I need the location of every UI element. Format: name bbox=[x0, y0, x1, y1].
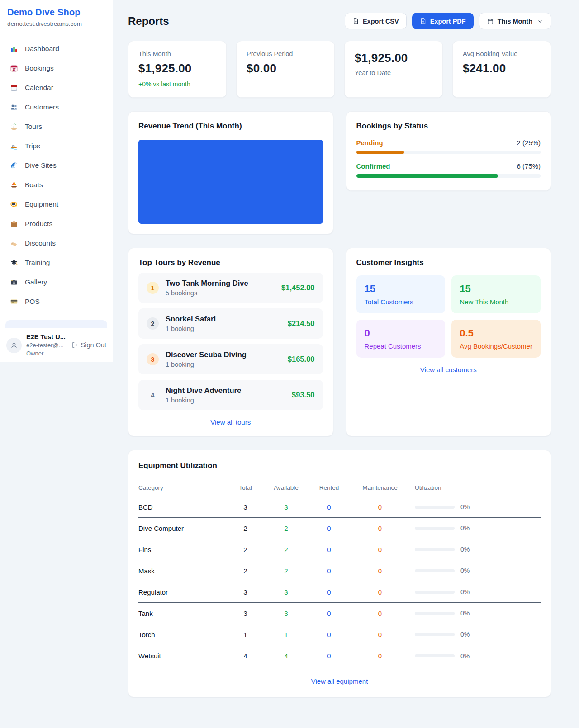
user-role: Owner bbox=[26, 350, 66, 357]
sidebar-item-label: Equipment bbox=[25, 200, 58, 208]
view-all-tours-link[interactable]: View all tours bbox=[138, 418, 323, 426]
col-header-maintenance: Maintenance bbox=[351, 484, 409, 491]
cell-rented: 0 bbox=[308, 546, 351, 553]
top-tours-title: Top Tours by Revenue bbox=[138, 258, 323, 267]
cell-category: Regulator bbox=[138, 588, 226, 596]
cell-category: Dive Computer bbox=[138, 525, 226, 532]
sidebar-item-label: Customers bbox=[25, 103, 59, 111]
cell-available: 2 bbox=[265, 567, 308, 575]
sidebar-item-boats[interactable]: Boats bbox=[5, 175, 108, 194]
sidebar-item-tours[interactable]: Tours bbox=[5, 117, 108, 136]
revenue-trend-title: Revenue Trend (This Month) bbox=[138, 122, 323, 131]
sidebar-item-discounts[interactable]: Discounts bbox=[5, 233, 108, 253]
status-row-confirmed: Confirmed 6 (75%) bbox=[356, 162, 541, 178]
status-value: 6 (75%) bbox=[517, 162, 541, 170]
sidebar-item-label: Dashboard bbox=[25, 45, 59, 53]
status-label: Confirmed bbox=[356, 162, 390, 170]
sidebar-item-dive-sites[interactable]: Dive Sites bbox=[5, 156, 108, 175]
sidebar-user-footer: E2E Test U... e2e-tester@... Owner Sign … bbox=[0, 328, 113, 362]
stat-value: $241.00 bbox=[463, 61, 541, 76]
sidebar-item-dashboard[interactable]: Dashboard bbox=[5, 39, 108, 58]
cell-maintenance: 0 bbox=[351, 567, 409, 575]
tour-row-two-tank-morning-dive: 1 Two Tank Morning Dive 5 bookings $1,45… bbox=[138, 273, 323, 303]
cell-total: 3 bbox=[226, 588, 265, 596]
calendar-icon bbox=[487, 18, 494, 25]
cell-utilization: 0% bbox=[409, 588, 541, 596]
sign-out-label: Sign Out bbox=[81, 341, 106, 349]
utilization-percent: 0% bbox=[460, 525, 470, 532]
cell-category: Torch bbox=[138, 631, 226, 638]
sidebar-item-icon bbox=[10, 45, 18, 53]
insight-value: 15 bbox=[365, 283, 437, 295]
tour-name: Snorkel Safari bbox=[166, 315, 216, 323]
period-select[interactable]: This Month bbox=[479, 13, 551, 29]
utilization-bar bbox=[415, 654, 455, 657]
cell-utilization: 0% bbox=[409, 610, 541, 617]
cell-rented: 0 bbox=[308, 652, 351, 660]
insight-value: 0.5 bbox=[460, 327, 532, 339]
bookings-by-status-title: Bookings by Status bbox=[356, 122, 541, 131]
avatar bbox=[6, 338, 22, 353]
cell-maintenance: 0 bbox=[351, 546, 409, 553]
table-row-mask: Mask 2 2 0 0 0% bbox=[138, 560, 541, 581]
period-label: This Month bbox=[498, 18, 532, 25]
status-label: Pending bbox=[356, 139, 383, 147]
rank-badge: 1 bbox=[147, 282, 159, 294]
stat-value: $1,925.00 bbox=[138, 61, 216, 76]
cell-category: BCD bbox=[138, 503, 226, 511]
tour-row-discover-scuba-diving: 3 Discover Scuba Diving 1 booking $165.0… bbox=[138, 344, 323, 374]
col-header-utilization: Utilization bbox=[409, 484, 541, 491]
sidebar-item-label: Discounts bbox=[25, 239, 56, 247]
sidebar-item-icon bbox=[10, 84, 18, 92]
sidebar-item-products[interactable]: Products bbox=[5, 214, 108, 233]
sidebar-active-clip bbox=[0, 320, 113, 328]
status-progress-track bbox=[356, 174, 541, 178]
stat-value: $0.00 bbox=[247, 61, 324, 76]
table-row-wetsuit: Wetsuit 4 4 0 0 0% bbox=[138, 645, 541, 667]
cell-maintenance: 0 bbox=[351, 652, 409, 660]
cell-total: 2 bbox=[226, 567, 265, 575]
export-csv-button[interactable]: Export CSV bbox=[345, 13, 407, 29]
sidebar-item-label: Gallery bbox=[25, 278, 47, 286]
sidebar-item-training[interactable]: Training bbox=[5, 253, 108, 272]
export-pdf-button[interactable]: Export PDF bbox=[412, 13, 474, 29]
col-header-available: Available bbox=[265, 484, 308, 491]
bookings-by-status-card: Bookings by Status Pending 2 (25%) Confi… bbox=[346, 111, 551, 191]
cell-maintenance: 0 bbox=[351, 503, 409, 511]
sidebar-item-gallery[interactable]: Gallery bbox=[5, 272, 108, 292]
insight-tiles: 15 Total Customers 15 New This Month 0 R… bbox=[356, 275, 541, 358]
stat-card-year-to-date: Year to Date $1,925.00 bbox=[344, 41, 443, 98]
top-tours-card: Top Tours by Revenue 1 Two Tank Morning … bbox=[128, 248, 333, 436]
sidebar-item-equipment[interactable]: Equipment bbox=[5, 194, 108, 214]
sidebar-item-label: POS bbox=[25, 298, 40, 306]
sidebar-header: Demo Dive Shop demo.test.divestreams.com bbox=[0, 0, 113, 33]
view-all-equipment-link[interactable]: View all equipment bbox=[138, 677, 541, 685]
sidebar-item-label: Products bbox=[25, 220, 52, 228]
sign-out-button[interactable]: Sign Out bbox=[71, 341, 106, 349]
cell-utilization: 0% bbox=[409, 652, 541, 660]
sidebar-item-trips[interactable]: Trips bbox=[5, 136, 108, 156]
utilization-bar bbox=[415, 569, 455, 572]
sidebar-item-reports-active-partial[interactable] bbox=[5, 320, 107, 328]
utilization-bar bbox=[415, 612, 455, 615]
cell-available: 4 bbox=[265, 652, 308, 660]
cell-category: Fins bbox=[138, 546, 226, 553]
sidebar-item-calendar[interactable]: Calendar bbox=[5, 78, 108, 97]
user-info: E2E Test U... e2e-tester@... Owner bbox=[26, 333, 66, 357]
sidebar-item-icon bbox=[10, 103, 18, 111]
cell-rented: 0 bbox=[308, 610, 351, 617]
sidebar-nav: Dashboard 17 Bookings Calendar Customers… bbox=[0, 33, 113, 320]
insights-row: Top Tours by Revenue 1 Two Tank Morning … bbox=[128, 248, 551, 436]
cell-total: 3 bbox=[226, 610, 265, 617]
sidebar-item-pos[interactable]: POS bbox=[5, 292, 108, 311]
sidebar-item-customers[interactable]: Customers bbox=[5, 97, 108, 117]
cell-maintenance: 0 bbox=[351, 588, 409, 596]
sidebar-item-label: Bookings bbox=[25, 64, 54, 72]
utilization-bar bbox=[415, 633, 455, 636]
sidebar-item-bookings[interactable]: 17 Bookings bbox=[5, 58, 108, 78]
cell-total: 3 bbox=[226, 503, 265, 511]
view-all-customers-link[interactable]: View all customers bbox=[356, 366, 541, 373]
file-download-icon bbox=[352, 18, 359, 24]
export-csv-label: Export CSV bbox=[363, 18, 399, 25]
stat-label: Avg Booking Value bbox=[463, 50, 541, 57]
